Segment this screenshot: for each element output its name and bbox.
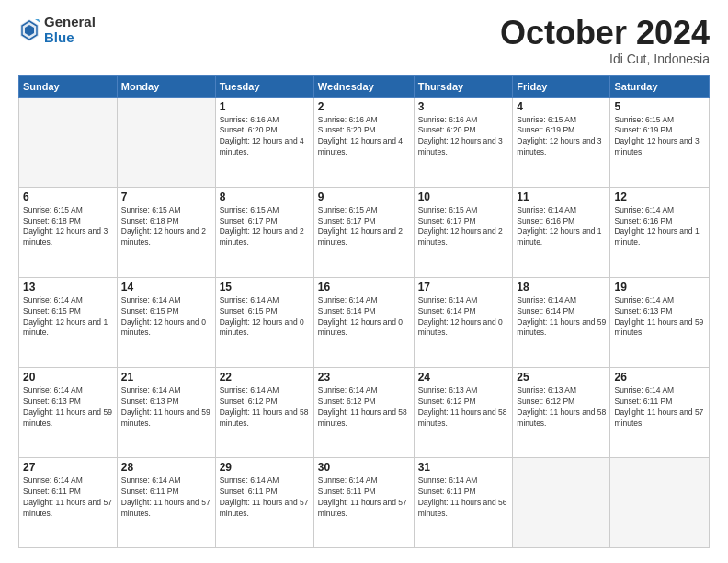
day-detail: Sunrise: 6:14 AMSunset: 6:15 PMDaylight:… xyxy=(121,295,211,339)
calendar-cell xyxy=(117,97,215,187)
day-number: 26 xyxy=(614,371,705,384)
day-number: 30 xyxy=(318,461,410,474)
calendar: SundayMondayTuesdayWednesdayThursdayFrid… xyxy=(18,75,710,548)
location-subtitle: Idi Cut, Indonesia xyxy=(500,52,710,66)
calendar-cell: 6Sunrise: 6:15 AMSunset: 6:18 PMDaylight… xyxy=(19,187,118,277)
day-number: 15 xyxy=(220,281,310,293)
day-detail: Sunrise: 6:16 AMSunset: 6:20 PMDaylight:… xyxy=(220,115,310,159)
calendar-cell xyxy=(513,457,610,547)
calendar-week-row: 13Sunrise: 6:14 AMSunset: 6:15 PMDayligh… xyxy=(19,277,710,367)
calendar-week-row: 20Sunrise: 6:14 AMSunset: 6:13 PMDayligh… xyxy=(19,367,710,457)
day-detail: Sunrise: 6:14 AMSunset: 6:14 PMDaylight:… xyxy=(318,295,410,339)
calendar-cell: 27Sunrise: 6:14 AMSunset: 6:11 PMDayligh… xyxy=(19,457,118,547)
day-number: 28 xyxy=(121,461,211,474)
weekday-header: Sunday xyxy=(19,75,118,97)
logo-blue: Blue xyxy=(44,30,96,46)
calendar-week-row: 1Sunrise: 6:16 AMSunset: 6:20 PMDaylight… xyxy=(19,97,710,187)
day-number: 31 xyxy=(418,461,509,474)
day-detail: Sunrise: 6:14 AMSunset: 6:11 PMDaylight:… xyxy=(318,476,410,520)
day-number: 9 xyxy=(318,190,410,203)
day-number: 19 xyxy=(614,281,705,293)
calendar-cell: 21Sunrise: 6:14 AMSunset: 6:13 PMDayligh… xyxy=(117,367,215,457)
title-block: October 2024 Idi Cut, Indonesia xyxy=(500,15,710,66)
calendar-cell: 30Sunrise: 6:14 AMSunset: 6:11 PMDayligh… xyxy=(313,457,414,547)
day-number: 11 xyxy=(517,190,606,203)
day-number: 17 xyxy=(418,281,509,293)
calendar-cell: 11Sunrise: 6:14 AMSunset: 6:16 PMDayligh… xyxy=(513,187,610,277)
weekday-header-row: SundayMondayTuesdayWednesdayThursdayFrid… xyxy=(19,75,710,97)
day-number: 12 xyxy=(614,190,705,203)
day-detail: Sunrise: 6:15 AMSunset: 6:17 PMDaylight:… xyxy=(418,205,509,249)
page: General Blue October 2024 Idi Cut, Indon… xyxy=(0,0,728,563)
calendar-cell: 17Sunrise: 6:14 AMSunset: 6:14 PMDayligh… xyxy=(414,277,513,367)
calendar-cell: 5Sunrise: 6:15 AMSunset: 6:19 PMDaylight… xyxy=(610,97,710,187)
calendar-cell: 26Sunrise: 6:14 AMSunset: 6:11 PMDayligh… xyxy=(610,367,710,457)
day-number: 7 xyxy=(121,190,211,203)
calendar-cell: 3Sunrise: 6:16 AMSunset: 6:20 PMDaylight… xyxy=(414,97,513,187)
day-detail: Sunrise: 6:15 AMSunset: 6:17 PMDaylight:… xyxy=(220,205,310,249)
calendar-cell xyxy=(610,457,710,547)
logo: General Blue xyxy=(18,15,96,45)
day-number: 3 xyxy=(418,100,509,113)
calendar-cell: 23Sunrise: 6:14 AMSunset: 6:12 PMDayligh… xyxy=(313,367,414,457)
calendar-cell: 28Sunrise: 6:14 AMSunset: 6:11 PMDayligh… xyxy=(117,457,215,547)
day-detail: Sunrise: 6:13 AMSunset: 6:12 PMDaylight:… xyxy=(418,385,509,430)
day-detail: Sunrise: 6:15 AMSunset: 6:18 PMDaylight:… xyxy=(121,205,211,249)
calendar-cell: 13Sunrise: 6:14 AMSunset: 6:15 PMDayligh… xyxy=(19,277,118,367)
day-detail: Sunrise: 6:14 AMSunset: 6:11 PMDaylight:… xyxy=(220,476,310,520)
day-number: 6 xyxy=(23,190,113,203)
calendar-cell: 4Sunrise: 6:15 AMSunset: 6:19 PMDaylight… xyxy=(513,97,610,187)
day-number: 5 xyxy=(614,100,705,113)
day-number: 29 xyxy=(220,461,310,474)
svg-marker-3 xyxy=(35,19,40,23)
weekday-header: Thursday xyxy=(414,75,513,97)
day-number: 27 xyxy=(23,461,113,474)
day-detail: Sunrise: 6:14 AMSunset: 6:15 PMDaylight:… xyxy=(23,295,113,339)
day-detail: Sunrise: 6:14 AMSunset: 6:13 PMDaylight:… xyxy=(614,295,705,339)
day-detail: Sunrise: 6:14 AMSunset: 6:16 PMDaylight:… xyxy=(614,205,705,249)
day-detail: Sunrise: 6:14 AMSunset: 6:13 PMDaylight:… xyxy=(23,385,113,430)
day-number: 20 xyxy=(23,371,113,384)
day-detail: Sunrise: 6:14 AMSunset: 6:15 PMDaylight:… xyxy=(220,295,310,339)
day-number: 18 xyxy=(517,281,606,293)
calendar-week-row: 6Sunrise: 6:15 AMSunset: 6:18 PMDaylight… xyxy=(19,187,710,277)
logo-icon xyxy=(18,17,40,43)
calendar-cell: 24Sunrise: 6:13 AMSunset: 6:12 PMDayligh… xyxy=(414,367,513,457)
day-number: 2 xyxy=(318,100,410,113)
calendar-cell: 7Sunrise: 6:15 AMSunset: 6:18 PMDaylight… xyxy=(117,187,215,277)
day-detail: Sunrise: 6:16 AMSunset: 6:20 PMDaylight:… xyxy=(318,115,410,159)
day-detail: Sunrise: 6:15 AMSunset: 6:19 PMDaylight:… xyxy=(614,115,705,159)
day-number: 1 xyxy=(220,100,310,113)
day-number: 21 xyxy=(121,371,211,384)
calendar-cell: 9Sunrise: 6:15 AMSunset: 6:17 PMDaylight… xyxy=(313,187,414,277)
calendar-cell: 16Sunrise: 6:14 AMSunset: 6:14 PMDayligh… xyxy=(313,277,414,367)
day-number: 16 xyxy=(318,281,410,293)
calendar-cell: 25Sunrise: 6:13 AMSunset: 6:12 PMDayligh… xyxy=(513,367,610,457)
day-number: 25 xyxy=(517,371,606,384)
logo-general: General xyxy=(44,15,96,30)
weekday-header: Friday xyxy=(513,75,610,97)
calendar-week-row: 27Sunrise: 6:14 AMSunset: 6:11 PMDayligh… xyxy=(19,457,710,547)
day-detail: Sunrise: 6:14 AMSunset: 6:11 PMDaylight:… xyxy=(614,385,705,430)
calendar-cell: 31Sunrise: 6:14 AMSunset: 6:11 PMDayligh… xyxy=(414,457,513,547)
weekday-header: Saturday xyxy=(610,75,710,97)
calendar-cell: 18Sunrise: 6:14 AMSunset: 6:14 PMDayligh… xyxy=(513,277,610,367)
calendar-cell xyxy=(19,97,118,187)
day-detail: Sunrise: 6:16 AMSunset: 6:20 PMDaylight:… xyxy=(418,115,509,159)
calendar-cell: 15Sunrise: 6:14 AMSunset: 6:15 PMDayligh… xyxy=(215,277,313,367)
day-number: 13 xyxy=(23,281,113,293)
day-number: 10 xyxy=(418,190,509,203)
day-number: 8 xyxy=(220,190,310,203)
day-detail: Sunrise: 6:14 AMSunset: 6:11 PMDaylight:… xyxy=(418,476,509,520)
calendar-cell: 20Sunrise: 6:14 AMSunset: 6:13 PMDayligh… xyxy=(19,367,118,457)
calendar-cell: 10Sunrise: 6:15 AMSunset: 6:17 PMDayligh… xyxy=(414,187,513,277)
day-number: 22 xyxy=(220,371,310,384)
day-detail: Sunrise: 6:14 AMSunset: 6:12 PMDaylight:… xyxy=(220,385,310,430)
calendar-cell: 22Sunrise: 6:14 AMSunset: 6:12 PMDayligh… xyxy=(215,367,313,457)
day-detail: Sunrise: 6:13 AMSunset: 6:12 PMDaylight:… xyxy=(517,385,606,430)
day-detail: Sunrise: 6:14 AMSunset: 6:11 PMDaylight:… xyxy=(121,476,211,520)
day-detail: Sunrise: 6:15 AMSunset: 6:19 PMDaylight:… xyxy=(517,115,606,159)
day-number: 14 xyxy=(121,281,211,293)
calendar-cell: 2Sunrise: 6:16 AMSunset: 6:20 PMDaylight… xyxy=(313,97,414,187)
day-detail: Sunrise: 6:14 AMSunset: 6:13 PMDaylight:… xyxy=(121,385,211,430)
